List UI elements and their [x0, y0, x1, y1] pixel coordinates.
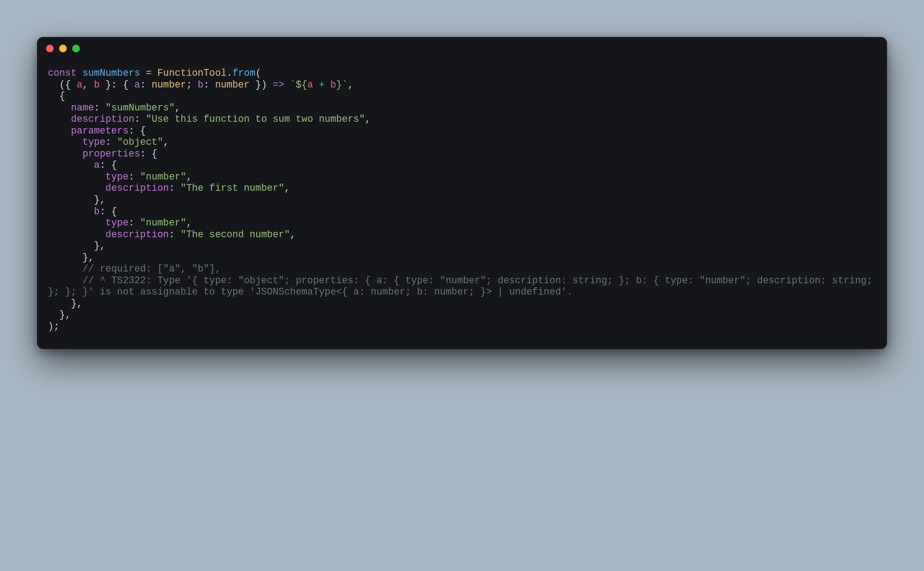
code-token: "The first number"	[180, 183, 284, 193]
close-icon[interactable]	[46, 45, 54, 52]
code-token: FunctionTool	[157, 68, 226, 78]
code-token: :	[94, 102, 106, 113]
code-token	[77, 68, 83, 78]
code-token: {	[123, 79, 134, 90]
code-token: :	[203, 79, 215, 90]
code-token: :	[169, 229, 180, 240]
code-token: :	[129, 171, 140, 182]
code-token: })	[249, 79, 273, 90]
code-token: },	[48, 252, 94, 263]
code-token: ${	[296, 79, 308, 90]
code-token	[152, 68, 157, 78]
code-token: ,	[163, 137, 169, 147]
code-token: ,	[186, 217, 192, 228]
code-block: const sumNumbers = FunctionTool.from( ({…	[48, 68, 876, 333]
code-token: number	[152, 79, 186, 90]
code-token	[48, 275, 83, 286]
code-token: a	[134, 79, 140, 90]
code-token: }	[100, 79, 111, 90]
code-token: b	[94, 79, 100, 90]
code-token: :	[111, 79, 123, 90]
code-token	[48, 137, 83, 147]
code-token: ,	[348, 79, 354, 90]
code-token: .	[226, 68, 232, 78]
minimize-icon[interactable]	[59, 45, 67, 52]
code-token: {	[48, 91, 65, 101]
code-token: number	[215, 79, 250, 90]
code-token	[48, 148, 83, 159]
code-token: ,	[290, 229, 296, 240]
code-token: },	[48, 298, 83, 309]
code-token: );	[48, 321, 60, 332]
code-token: ;	[186, 79, 198, 90]
code-token: },	[48, 309, 71, 320]
code-token	[48, 102, 71, 113]
code-token: ,	[365, 114, 371, 124]
code-token: =>	[273, 79, 284, 90]
code-token: :	[129, 217, 140, 228]
code-token: (	[255, 68, 261, 78]
traffic-lights	[46, 45, 80, 52]
code-token: +	[319, 79, 325, 90]
code-token	[140, 68, 146, 78]
code-token: =	[146, 68, 152, 78]
code-token	[48, 160, 94, 170]
code-token: description	[106, 183, 169, 193]
code-token: {	[65, 79, 77, 90]
code-token: "number"	[140, 171, 186, 182]
code-token: b	[198, 79, 203, 90]
code-token: : {	[100, 206, 117, 217]
code-token	[48, 114, 71, 124]
window-titlebar	[37, 37, 887, 60]
code-token: ,	[186, 171, 192, 182]
code-area: const sumNumbers = FunctionTool.from( ({…	[37, 60, 887, 349]
code-token: a	[94, 160, 100, 170]
code-token: ,	[175, 102, 180, 113]
code-token: a	[307, 79, 313, 90]
code-token: ,	[284, 183, 290, 193]
code-token: const	[48, 68, 77, 78]
code-token: ,	[83, 79, 94, 90]
code-token: :	[134, 114, 146, 124]
code-token: "number"	[140, 217, 186, 228]
code-token: description	[106, 229, 169, 240]
code-token: : {	[129, 125, 146, 136]
code-token	[325, 79, 331, 90]
code-token	[48, 183, 106, 193]
code-token: :	[106, 137, 117, 147]
code-token: b	[94, 206, 100, 217]
code-token: type	[106, 171, 129, 182]
code-token: type	[83, 137, 106, 147]
code-token	[48, 217, 106, 228]
code-token: a	[77, 79, 83, 90]
code-token: type	[106, 217, 129, 228]
code-token	[48, 229, 106, 240]
code-token: : {	[140, 148, 157, 159]
code-token: b	[330, 79, 336, 90]
code-token: :	[169, 183, 180, 193]
code-token: // required: ["a", "b"],	[83, 263, 221, 274]
code-token: : {	[100, 160, 117, 170]
code-token	[48, 263, 83, 274]
code-token: // ^ TS2322: Type '{ type: "object"; pro…	[48, 275, 878, 298]
code-token: from	[232, 68, 255, 78]
code-token: parameters	[71, 125, 129, 136]
code-token: :	[140, 79, 152, 90]
maximize-icon[interactable]	[72, 45, 80, 52]
code-token: "sumNumbers"	[106, 102, 175, 113]
code-token: "Use this function to sum two numbers"	[146, 114, 365, 124]
code-token: sumNumbers	[83, 68, 140, 78]
code-token: `	[290, 79, 296, 90]
code-token: name	[71, 102, 94, 113]
code-token: "The second number"	[180, 229, 290, 240]
code-token	[313, 79, 319, 90]
code-token: },	[48, 240, 106, 251]
code-token: `	[342, 79, 348, 90]
code-token: },	[48, 194, 106, 205]
code-token	[48, 206, 94, 217]
code-token: description	[71, 114, 134, 124]
editor-window: const sumNumbers = FunctionTool.from( ({…	[37, 37, 887, 349]
code-token: "object"	[117, 137, 163, 147]
code-token	[48, 125, 71, 136]
code-token	[48, 171, 106, 182]
